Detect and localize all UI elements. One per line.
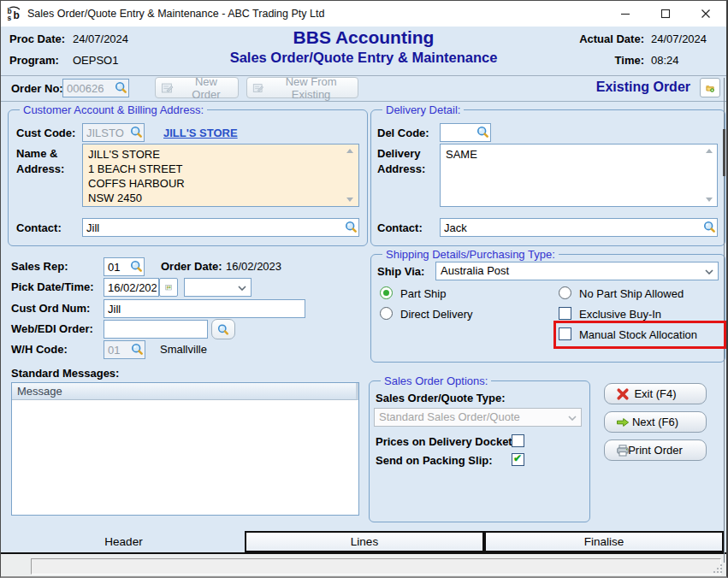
- window-title: Sales Order/Quote Entry & Maintenance - …: [27, 8, 324, 20]
- shipping-group-legend: Shipping Details/Purchasing Type:: [382, 248, 559, 261]
- billing-scroll-up-icon[interactable]: [346, 149, 353, 153]
- customer-store-link[interactable]: JILL'S STORE: [163, 127, 238, 139]
- actual-date-value: 24/07/2024: [651, 32, 716, 45]
- maximize-icon: [660, 9, 671, 19]
- print-order-button-label: Print Order: [628, 444, 683, 457]
- name-address-label-1: Name &: [16, 147, 57, 160]
- next-arrow-icon: [616, 416, 630, 429]
- part-ship-label: Part Ship: [400, 287, 446, 300]
- chevron-down-icon: [705, 269, 713, 274]
- pick-date-field-wrap: [104, 278, 159, 297]
- minimize-button[interactable]: [605, 1, 645, 26]
- del-code-field-wrap: [440, 123, 491, 142]
- delivery-address-textarea[interactable]: SAME: [440, 144, 718, 207]
- print-order-button[interactable]: Print Order: [604, 439, 707, 461]
- tab-finalise[interactable]: Finalise: [484, 531, 724, 552]
- tab-lines[interactable]: Lines: [245, 531, 484, 552]
- exclusive-buy-in-checkbox[interactable]: [559, 307, 571, 320]
- minimize-icon: [620, 9, 630, 19]
- exit-button-label: Exit (F4): [634, 387, 676, 400]
- billing-address-textarea[interactable]: JILL'S STORE 1 BEACH STREET COFFS HARBOU…: [82, 144, 359, 207]
- customer-group-legend: Customer Account & Billing Address:: [20, 103, 207, 116]
- direct-delivery-radio[interactable]: [380, 307, 393, 320]
- wh-code-field-wrap: [104, 340, 145, 359]
- wh-code-label: W/H Code:: [11, 343, 68, 356]
- pick-date-calendar-button[interactable]: [159, 278, 178, 297]
- billing-contact-input[interactable]: [82, 218, 359, 237]
- new-order-icon: [161, 81, 175, 95]
- exit-button[interactable]: Exit (F4): [604, 383, 707, 404]
- direct-delivery-label: Direct Delivery: [400, 308, 473, 321]
- delivery-scroll-up-icon[interactable]: [706, 149, 713, 153]
- next-button[interactable]: Next (F6): [604, 411, 707, 433]
- next-button-label: Next (F6): [632, 416, 678, 428]
- ship-via-combo[interactable]: Australia Post: [435, 262, 719, 280]
- right-scrollbar-thumb[interactable]: [723, 129, 725, 176]
- calendar-icon: [165, 280, 172, 294]
- time-value: 08:24: [651, 54, 716, 67]
- order-type-combo[interactable]: Standard Sales Order/Quote: [374, 408, 582, 427]
- options-group-legend: Sales Order Options:: [381, 375, 491, 387]
- cust-ord-num-label: Cust Ord Num:: [11, 302, 90, 315]
- standard-messages-list[interactable]: Message: [11, 382, 359, 516]
- header-band: Proc Date: 24/07/2024 Program: OEPSO1 BB…: [1, 27, 726, 76]
- manual-stock-allocation-checkbox[interactable]: [559, 327, 571, 340]
- messages-column-header[interactable]: Message: [12, 383, 358, 400]
- chevron-down-icon: [568, 416, 577, 421]
- delivery-contact-input[interactable]: [440, 218, 718, 237]
- order-no-lookup-icon[interactable]: [115, 81, 127, 94]
- tab-header-label: Header: [104, 535, 142, 548]
- web-edi-lookup-button[interactable]: [211, 319, 235, 339]
- billing-contact-lookup-icon[interactable]: [345, 221, 358, 233]
- app-window: Sales Order/Quote Entry & Maintenance - …: [0, 0, 728, 578]
- del-code-lookup-icon[interactable]: [476, 126, 489, 139]
- standard-messages-label: Standard Messages:: [11, 367, 119, 380]
- order-no-label: Order No:: [11, 82, 63, 95]
- exclusive-buy-in-label: Exclusive Buy-In: [579, 308, 661, 321]
- web-edi-label: Web/EDI Order:: [11, 322, 93, 335]
- cust-ord-num-input[interactable]: [104, 299, 305, 318]
- wh-name-value: Smallville: [160, 343, 207, 356]
- billing-scroll-down-icon[interactable]: [346, 198, 353, 202]
- pick-date-input[interactable]: [104, 278, 159, 297]
- sales-rep-label: Sales Rep:: [11, 260, 68, 273]
- new-from-existing-button[interactable]: New From Existing: [246, 77, 358, 98]
- cust-code-lookup-icon[interactable]: [130, 126, 143, 139]
- new-from-existing-label: New From Existing: [269, 75, 352, 101]
- order-date-label: Order Date:: [161, 260, 222, 273]
- cust-code-field-wrap: [82, 123, 145, 142]
- new-order-label: New Order: [180, 75, 233, 101]
- billing-contact-field-wrap: [82, 218, 359, 237]
- ship-via-label: Ship Via:: [377, 265, 424, 278]
- no-part-ship-radio[interactable]: [559, 286, 571, 299]
- cust-code-label: Cust Code:: [16, 127, 75, 139]
- name-address-label-2: Address:: [16, 162, 64, 175]
- actual-date-label: Actual Date:: [579, 32, 644, 45]
- delivery-scroll-down-icon[interactable]: [706, 198, 713, 202]
- time-label: Time:: [579, 54, 644, 67]
- pick-time-combo[interactable]: [184, 278, 252, 297]
- prices-on-docket-checkbox[interactable]: [512, 434, 524, 447]
- tab-header[interactable]: Header: [3, 531, 245, 552]
- chevron-down-icon: [238, 286, 246, 291]
- web-edi-input[interactable]: [104, 320, 208, 339]
- delivery-address-label-2: Address:: [377, 162, 425, 175]
- existing-order-button[interactable]: [700, 78, 720, 97]
- del-code-label: Del Code:: [377, 127, 429, 139]
- sales-rep-lookup-icon[interactable]: [130, 260, 143, 273]
- delivery-contact-label: Contact:: [377, 221, 423, 234]
- resize-grip-icon[interactable]: [713, 563, 723, 574]
- printer-icon: [616, 444, 630, 457]
- maximize-button[interactable]: [645, 1, 685, 26]
- new-order-button[interactable]: New Order: [155, 77, 239, 98]
- folder-plus-icon: [706, 80, 714, 96]
- wh-code-lookup-icon[interactable]: [131, 343, 144, 356]
- tab-finalise-label: Finalise: [584, 535, 624, 548]
- ship-via-value: Australia Post: [441, 264, 509, 277]
- part-ship-radio[interactable]: [380, 286, 393, 299]
- delivery-contact-lookup-icon[interactable]: [703, 221, 716, 233]
- order-mode-text: Existing Order: [596, 80, 690, 95]
- send-packing-slip-checkbox[interactable]: [512, 453, 524, 466]
- close-button[interactable]: [685, 1, 726, 26]
- delivery-address-label-1: Delivery: [377, 147, 421, 160]
